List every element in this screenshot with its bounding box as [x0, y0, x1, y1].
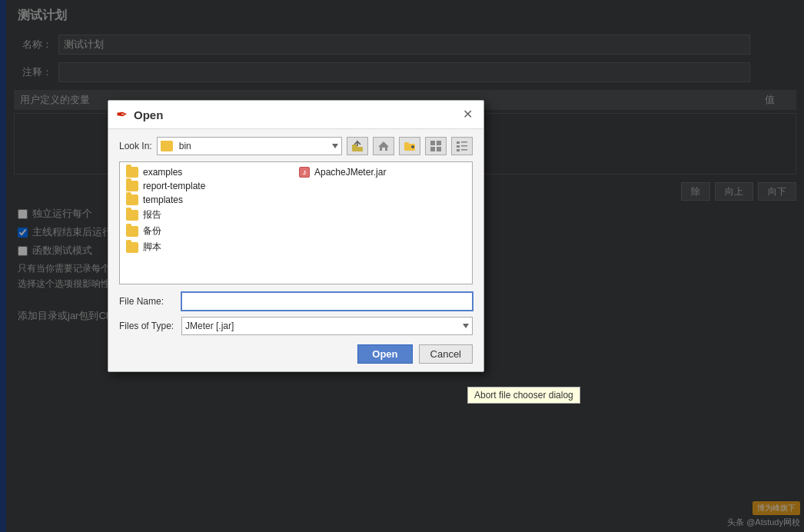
file-name-report-template: report-template — [143, 181, 205, 191]
file-item-apachejmeter[interactable]: J ApacheJMeter.jar — [296, 165, 469, 179]
file-name-examples: examples — [143, 167, 182, 178]
svg-rect-4 — [404, 142, 409, 145]
dialog-close-button[interactable]: ✕ — [460, 107, 476, 122]
folder-icon-scripts — [126, 242, 138, 253]
svg-rect-9 — [430, 147, 435, 151]
svg-rect-10 — [437, 147, 441, 151]
file-item-scripts[interactable]: 脚本 — [123, 239, 469, 255]
up-folder-button[interactable] — [347, 137, 368, 155]
filetype-label: Files of Type: — [119, 321, 177, 331]
home-button[interactable] — [373, 137, 394, 155]
filename-row: File Name: — [119, 292, 473, 311]
svg-rect-8 — [437, 141, 441, 145]
svg-rect-13 — [457, 145, 460, 148]
svg-rect-15 — [457, 149, 460, 151]
folder-icon-examples — [126, 167, 138, 178]
file-item-report[interactable]: 报告 — [123, 207, 469, 223]
file-item-report-template[interactable]: report-template — [123, 179, 469, 193]
file-name-backup: 备份 — [143, 224, 161, 238]
svg-rect-12 — [461, 141, 467, 143]
dialog-body: Look In: bin — [108, 129, 483, 371]
svg-rect-11 — [457, 141, 460, 144]
svg-rect-14 — [461, 145, 467, 147]
detail-view-button[interactable] — [451, 137, 473, 155]
pen-icon: ✒ — [116, 108, 128, 121]
dialog-open-button[interactable]: Open — [357, 344, 412, 364]
new-folder-button[interactable] — [399, 137, 420, 155]
folder-icon-report-template — [126, 181, 138, 191]
folder-icon-report — [126, 210, 138, 221]
look-in-label: Look In: — [119, 141, 152, 151]
svg-rect-7 — [430, 141, 435, 145]
file-item-templates[interactable]: templates — [123, 193, 469, 207]
list-view-button[interactable] — [425, 137, 447, 155]
file-name-report: 报告 — [143, 208, 161, 221]
file-name-templates: templates — [143, 195, 183, 205]
dialog-buttons: Open Cancel — [119, 344, 473, 364]
folder-icon-lookin — [161, 141, 173, 151]
file-list: examples J ApacheJMeter.jar report-templ… — [119, 161, 473, 284]
look-in-value: bin — [179, 141, 191, 151]
filetype-value: JMeter [.jar] — [185, 321, 234, 331]
file-name-scripts: 脚本 — [143, 241, 161, 254]
dialog-title-left: ✒ Open — [116, 108, 163, 121]
jar-icon-apachejmeter: J — [299, 167, 310, 178]
file-item-backup[interactable]: 备份 — [123, 223, 469, 239]
filename-label: File Name: — [119, 296, 177, 307]
svg-marker-2 — [378, 141, 389, 151]
dialog-title-text: Open — [134, 108, 163, 121]
filetype-dropdown-arrow — [463, 324, 469, 328]
folder-icon-templates — [126, 195, 138, 205]
filetype-row: Files of Type: JMeter [.jar] — [119, 317, 473, 335]
filename-input[interactable] — [181, 292, 473, 311]
file-list-row-1: examples J ApacheJMeter.jar — [123, 165, 469, 179]
file-item-examples[interactable]: examples — [123, 165, 296, 179]
look-in-dropdown-arrow — [332, 144, 338, 148]
file-name-apachejmeter: ApacheJMeter.jar — [314, 167, 386, 178]
folder-icon-backup — [126, 226, 138, 237]
svg-rect-1 — [352, 145, 357, 148]
dialog-cancel-button[interactable]: Cancel — [419, 344, 473, 364]
filetype-select[interactable]: JMeter [.jar] — [181, 317, 473, 335]
open-dialog: ✒ Open ✕ Look In: bin — [108, 100, 484, 372]
look-in-row: Look In: bin — [119, 137, 473, 155]
look-in-select[interactable]: bin — [157, 137, 342, 155]
svg-rect-16 — [461, 149, 467, 151]
dialog-titlebar: ✒ Open ✕ — [108, 101, 483, 129]
